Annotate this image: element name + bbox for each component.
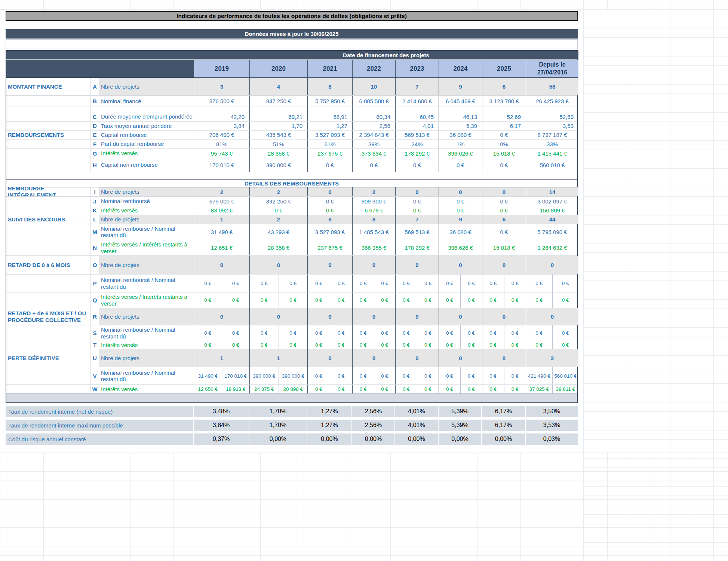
cell[interactable]: 0 € bbox=[460, 275, 482, 292]
cell[interactable]: 0 € bbox=[439, 292, 460, 308]
cell[interactable]: 0 € bbox=[396, 367, 417, 384]
cell[interactable]: 2 bbox=[249, 187, 307, 196]
cell[interactable]: 0 € bbox=[482, 325, 504, 341]
cell[interactable]: 6,17 bbox=[482, 122, 526, 130]
cell[interactable]: 28 358 € bbox=[249, 240, 307, 255]
cell[interactable]: 0 € bbox=[250, 325, 279, 341]
cell[interactable]: 0 € bbox=[308, 275, 330, 292]
cell[interactable]: 3 123 700 € bbox=[482, 96, 526, 107]
cell[interactable]: 20 898 € bbox=[279, 385, 308, 393]
cell[interactable]: 0 € bbox=[374, 292, 396, 308]
cell[interactable]: 0 € bbox=[352, 158, 395, 172]
cell[interactable]: 0 bbox=[249, 256, 307, 274]
cell[interactable]: 0 € bbox=[374, 275, 396, 292]
cell[interactable]: 675 000 € bbox=[194, 197, 249, 206]
cell[interactable]: 46,13 bbox=[439, 112, 482, 121]
cell[interactable]: 7 bbox=[395, 215, 439, 224]
cell[interactable]: 0 € bbox=[395, 206, 439, 215]
cell[interactable]: 1 264 632 € bbox=[526, 240, 578, 255]
cell[interactable]: 6 679 € bbox=[352, 206, 395, 215]
cell[interactable]: 396 626 € bbox=[439, 149, 482, 158]
cell[interactable]: 0 € bbox=[222, 275, 250, 292]
cell[interactable]: 6 085 500 € bbox=[352, 96, 395, 107]
cell[interactable]: 43 293 € bbox=[249, 224, 307, 240]
cell[interactable]: 0 bbox=[526, 256, 578, 274]
cell[interactable]: 6,17% bbox=[481, 406, 525, 417]
cell[interactable]: 4,01 bbox=[395, 122, 439, 130]
cell[interactable]: 12 650 € bbox=[194, 385, 222, 393]
cell[interactable]: 0 € bbox=[439, 367, 460, 384]
cell[interactable]: 9 bbox=[439, 78, 482, 95]
cell[interactable]: 0 € bbox=[439, 158, 482, 172]
cell[interactable]: 876 500 € bbox=[194, 96, 249, 107]
cell[interactable]: 0,37% bbox=[193, 433, 249, 445]
cell[interactable]: 12 651 € bbox=[194, 240, 249, 255]
cell[interactable]: 31 490 € bbox=[194, 367, 222, 384]
cell[interactable]: 0 € bbox=[249, 206, 307, 215]
cell[interactable]: 0 bbox=[482, 256, 526, 274]
cell[interactable]: 1,27% bbox=[307, 420, 351, 431]
cell[interactable]: 0 € bbox=[330, 367, 352, 384]
cell[interactable]: 0 € bbox=[308, 367, 330, 384]
cell[interactable]: 2 bbox=[249, 215, 307, 224]
cell[interactable]: 0 bbox=[307, 256, 352, 274]
cell[interactable]: 0 € bbox=[396, 292, 417, 308]
cell[interactable]: 44 bbox=[526, 215, 578, 224]
cell[interactable]: 6 bbox=[482, 78, 526, 95]
cell[interactable]: 0,00% bbox=[394, 433, 438, 445]
cell[interactable]: 0 bbox=[526, 308, 578, 325]
cell[interactable]: 5,39% bbox=[438, 420, 481, 431]
cell[interactable]: 0 bbox=[307, 187, 352, 196]
cell[interactable]: 39% bbox=[352, 140, 395, 148]
cell[interactable]: 0 € bbox=[439, 325, 460, 341]
cell[interactable]: 0 € bbox=[417, 341, 439, 349]
cell[interactable]: 3,84% bbox=[193, 420, 249, 431]
cell[interactable]: 1 bbox=[194, 215, 249, 224]
cell[interactable]: 0 € bbox=[504, 292, 526, 308]
cell[interactable]: 28 358 € bbox=[249, 149, 307, 158]
cell[interactable]: 237 675 € bbox=[307, 240, 352, 255]
cell[interactable]: 5,39% bbox=[438, 406, 481, 417]
cell[interactable]: 0 € bbox=[330, 275, 352, 292]
cell[interactable]: 0 € bbox=[482, 341, 504, 349]
cell[interactable]: 0 € bbox=[353, 292, 374, 308]
cell[interactable]: 4,01% bbox=[394, 420, 438, 431]
cell[interactable]: 15 018 € bbox=[482, 240, 526, 255]
cell[interactable]: 0 € bbox=[396, 385, 417, 393]
cell[interactable]: 1,70% bbox=[249, 420, 307, 431]
cell[interactable]: 36 080 € bbox=[439, 131, 482, 139]
cell[interactable]: 8 bbox=[307, 78, 352, 95]
cell[interactable]: 0,00% bbox=[438, 433, 481, 445]
cell[interactable]: 6 045 469 € bbox=[439, 96, 482, 107]
cell[interactable]: 51% bbox=[249, 140, 307, 148]
cell[interactable]: 0 bbox=[395, 256, 439, 274]
cell[interactable]: 24 375 € bbox=[250, 385, 279, 393]
cell[interactable]: 0 € bbox=[482, 158, 526, 172]
cell[interactable]: 0 € bbox=[279, 275, 308, 292]
cell[interactable]: 0 bbox=[439, 256, 482, 274]
cell[interactable]: 0 bbox=[395, 187, 439, 196]
cell[interactable]: 58 bbox=[526, 78, 578, 95]
cell[interactable]: 0 € bbox=[439, 275, 460, 292]
cell[interactable]: 0 € bbox=[308, 292, 330, 308]
cell[interactable]: 0 € bbox=[460, 385, 482, 393]
cell[interactable]: 435 543 € bbox=[249, 131, 307, 139]
cell[interactable]: 0 bbox=[352, 308, 395, 325]
cell[interactable]: 0 € bbox=[526, 292, 552, 308]
cell[interactable]: 0 € bbox=[279, 341, 308, 349]
cell[interactable]: 0 € bbox=[308, 325, 330, 341]
cell[interactable]: 390 000 € bbox=[279, 367, 308, 384]
cell[interactable]: 37 025 € bbox=[526, 385, 552, 393]
cell[interactable]: 3 527 093 € bbox=[307, 224, 352, 240]
cell[interactable]: 2,56% bbox=[351, 406, 394, 417]
cell[interactable]: 0 € bbox=[353, 275, 374, 292]
cell[interactable]: 3 527 093 € bbox=[307, 131, 352, 139]
cell[interactable]: 60,34 bbox=[352, 112, 395, 121]
cell[interactable]: 0,00% bbox=[351, 433, 394, 445]
cell[interactable]: 0 € bbox=[482, 224, 526, 240]
cell[interactable]: 0 bbox=[194, 308, 249, 325]
cell[interactable]: 0 € bbox=[504, 367, 526, 384]
cell[interactable]: 52,69 bbox=[526, 112, 578, 121]
cell[interactable]: 421 490 € bbox=[526, 367, 552, 384]
cell[interactable]: 560 010 € bbox=[526, 158, 578, 172]
